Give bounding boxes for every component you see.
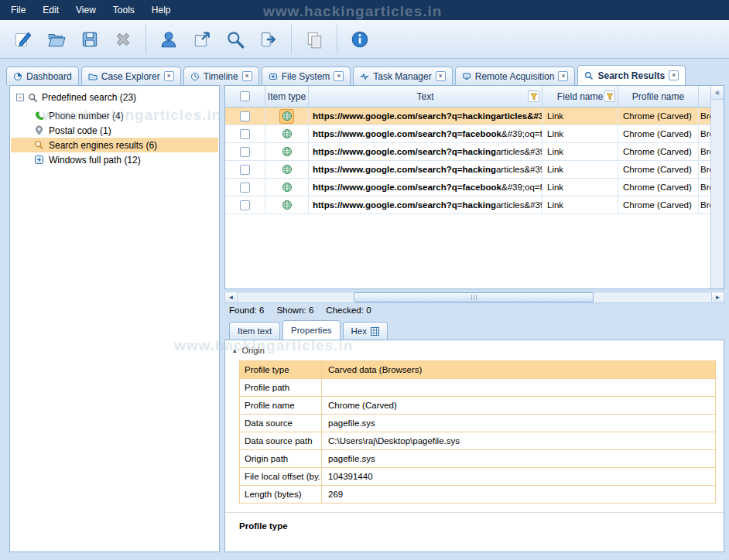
open-case-button[interactable] <box>41 24 72 55</box>
tree-item-label: Search engines results (6) <box>49 140 157 151</box>
toolbar-separator <box>337 25 337 54</box>
menu-help[interactable]: Help <box>143 0 180 20</box>
tab-close-icon[interactable]: × <box>334 71 344 81</box>
table-row[interactable]: https://www.google.com/search?q=hacking … <box>225 108 710 125</box>
tab-item-text[interactable]: Item text <box>229 322 280 340</box>
checkbox[interactable] <box>240 91 250 101</box>
origin-section-header[interactable]: ▴ Origin <box>233 346 265 355</box>
row-checkbox[interactable] <box>240 147 250 157</box>
tab-task-manager[interactable]: Task Manager × <box>353 67 452 85</box>
tab-hex[interactable]: Hex <box>343 322 388 340</box>
scrollbar-track[interactable] <box>238 292 711 302</box>
tab-close-icon[interactable]: × <box>436 71 446 81</box>
tab-properties[interactable]: Properties <box>282 320 340 340</box>
menu-view[interactable]: View <box>67 0 104 20</box>
table-row[interactable]: https://www.google.com/search?q=hacking … <box>225 196 710 214</box>
tree-collapse-icon[interactable]: − <box>16 94 24 101</box>
scroll-right-icon[interactable]: ► <box>711 292 724 302</box>
copy-button[interactable] <box>299 24 330 55</box>
table-row[interactable]: https://www.google.com/search?q=hacking … <box>225 161 710 179</box>
toolbar <box>0 20 729 59</box>
result-browser: Bro <box>699 108 710 125</box>
column-header-profile-name[interactable]: Profile name <box>618 86 699 107</box>
table-header: Item type Text Field name Profile name <box>225 86 710 108</box>
menu-file[interactable]: File <box>2 0 34 20</box>
checked-count: Checked: 0 <box>326 306 371 315</box>
row-checkbox[interactable] <box>240 111 250 121</box>
row-checkbox[interactable] <box>240 200 250 210</box>
result-text: https://www.google.com/search?q=hacking … <box>309 196 542 213</box>
select-all-checkbox[interactable] <box>225 86 265 107</box>
column-header-text[interactable]: Text <box>309 86 542 107</box>
delete-button[interactable] <box>108 24 139 55</box>
tab-close-icon[interactable]: × <box>669 70 679 80</box>
menu-edit[interactable]: Edit <box>34 0 67 20</box>
remote-acquisition-icon <box>462 72 471 81</box>
tab-close-icon[interactable]: × <box>164 71 174 81</box>
edit-button[interactable] <box>8 24 39 55</box>
contacts-button[interactable] <box>153 24 184 55</box>
exit-door-arrow-icon <box>258 29 279 50</box>
filter-funnel-icon[interactable] <box>528 90 539 102</box>
horizontal-scrollbar[interactable]: ◄ ► <box>224 292 724 303</box>
property-name: Profile type <box>240 361 322 378</box>
tab-case-explorer[interactable]: Case Explorer × <box>81 67 181 85</box>
property-row[interactable]: Origin path pagefile.sys <box>239 450 716 468</box>
property-value: Carved data (Browsers) <box>322 361 715 378</box>
column-header-browser[interactable] <box>699 86 710 107</box>
tab-dashboard[interactable]: Dashboard <box>6 67 79 85</box>
property-row[interactable]: Profile name Chrome (Carved) <box>239 397 716 415</box>
tab-label: File System <box>282 71 330 82</box>
dashboard-icon <box>13 72 22 81</box>
tab-close-icon[interactable]: × <box>242 71 252 81</box>
property-row[interactable]: Data source path C:\Users\raj\Desktop\pa… <box>239 432 716 450</box>
globe-icon <box>279 127 294 142</box>
globe-icon <box>279 162 294 177</box>
table-row[interactable]: https://www.google.com/search?q=hacking … <box>225 143 710 161</box>
thumb-grip <box>474 295 474 300</box>
row-checkbox[interactable] <box>240 165 250 175</box>
export-button[interactable] <box>187 24 217 55</box>
table-row[interactable]: https://www.google.com/search?q=facebook… <box>225 179 710 196</box>
result-profile: Chrome (Carved) <box>618 179 699 196</box>
property-row[interactable]: Profile path <box>239 379 716 397</box>
result-browser: Bro <box>699 143 710 160</box>
tree-item-windows-full-path[interactable]: Windows full path (12) <box>11 152 218 167</box>
property-row[interactable]: Length (bytes) 269 <box>239 486 716 504</box>
property-row[interactable]: File local offset (by... 104391440 <box>239 468 716 486</box>
filter-funnel-icon[interactable] <box>604 90 615 102</box>
about-button[interactable] <box>344 24 375 55</box>
tab-search-results[interactable]: Search Results × <box>577 65 686 85</box>
column-header-item-type[interactable]: Item type <box>265 86 309 107</box>
found-count: Found: 6 <box>229 306 264 315</box>
menu-tools[interactable]: Tools <box>104 0 143 20</box>
tab-file-system[interactable]: File System × <box>262 67 351 85</box>
result-profile: Chrome (Carved) <box>618 143 699 160</box>
tab-label: Item text <box>238 326 272 336</box>
row-checkbox[interactable] <box>240 129 250 139</box>
property-row[interactable]: Data source pagefile.sys <box>239 415 716 432</box>
row-checkbox[interactable] <box>240 183 250 193</box>
postal-pin-icon <box>34 125 44 135</box>
table-row[interactable]: https://www.google.com/search?q=facebook… <box>225 125 710 143</box>
tree-item-search-engines-results[interactable]: Search engines results (6) <box>11 138 218 152</box>
tree-item-postal-code[interactable]: Postal code (1) <box>11 123 218 138</box>
search-button[interactable] <box>220 24 251 55</box>
tab-close-icon[interactable]: × <box>558 71 568 81</box>
tree-root-predefined-search[interactable]: − Predefined search (23) <box>16 92 136 103</box>
tab-timeline[interactable]: Timeline × <box>183 67 259 85</box>
exit-button[interactable] <box>253 24 284 55</box>
save-button[interactable] <box>74 24 105 55</box>
scroll-left-icon[interactable]: ◄ <box>225 292 238 302</box>
result-profile: Chrome (Carved) <box>618 161 699 178</box>
collapse-panel-icon[interactable]: « <box>711 86 724 100</box>
property-row[interactable]: Profile type Carved data (Browsers) <box>239 361 716 379</box>
scrollbar-thumb[interactable] <box>354 292 594 302</box>
tree-item-phone-number[interactable]: Phone number (4) <box>11 108 218 123</box>
collapse-section-icon[interactable]: ▴ <box>233 347 237 354</box>
toolbar-separator <box>291 25 292 54</box>
info-icon <box>350 29 370 50</box>
column-header-field-name[interactable]: Field name <box>542 86 618 107</box>
search-results-icon <box>584 71 594 80</box>
tab-remote-acquisition[interactable]: Remote Acquisition × <box>455 67 576 85</box>
